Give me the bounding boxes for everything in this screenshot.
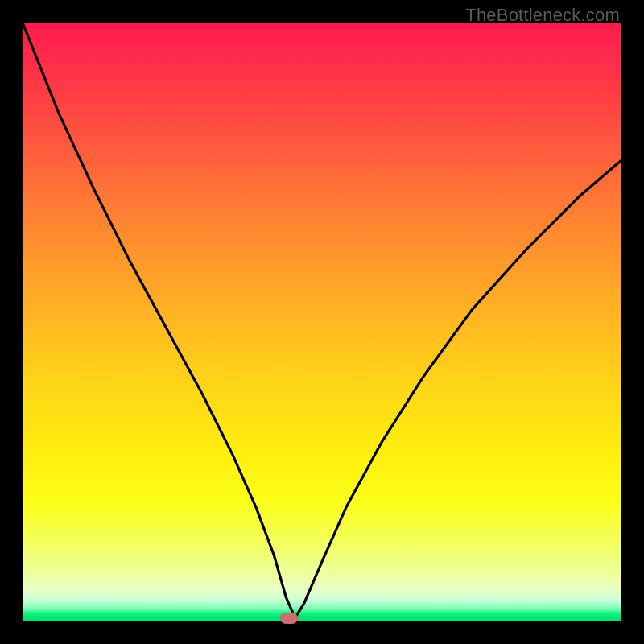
bottleneck-curve [23,23,621,618]
plot-area [23,23,621,621]
chart-frame: TheBottleneck.com [0,0,644,644]
curve-svg [23,23,621,621]
optimal-marker [280,613,298,624]
